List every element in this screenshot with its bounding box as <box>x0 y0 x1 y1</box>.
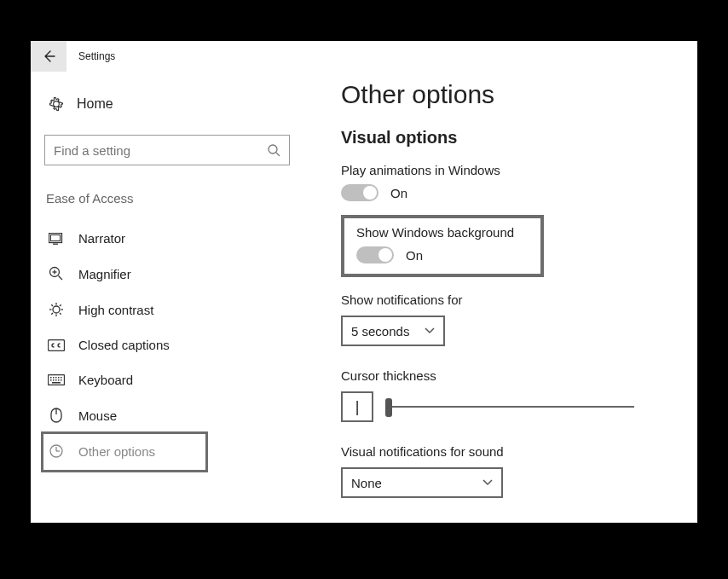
show-background-highlight: Show Windows background On <box>341 215 544 277</box>
sidebar-item-label: Narrator <box>78 231 125 246</box>
svg-line-16 <box>51 313 53 315</box>
svg-line-6 <box>59 276 63 281</box>
dropdown-value: None <box>351 476 382 490</box>
svg-line-17 <box>60 304 61 306</box>
svg-rect-21 <box>53 377 55 379</box>
svg-rect-26 <box>53 379 55 381</box>
sidebar-item-magnifier[interactable]: Magnifier <box>44 256 303 292</box>
play-animations-row: On <box>341 184 672 201</box>
closed-captions-icon <box>48 339 65 351</box>
keyboard-icon <box>48 374 65 385</box>
svg-rect-27 <box>55 379 57 381</box>
svg-rect-28 <box>58 379 60 381</box>
svg-line-15 <box>60 313 61 315</box>
cursor-thickness-slider[interactable] <box>385 398 634 415</box>
back-button[interactable] <box>31 41 66 72</box>
sidebar-item-label: Other options <box>78 444 155 459</box>
show-background-state: On <box>406 248 423 263</box>
cursor-thickness-preview: | <box>341 391 373 422</box>
nav-list: Narrator Magnifier High contrast <box>44 221 303 469</box>
play-animations-state: On <box>390 186 407 200</box>
visual-notifications-label: Visual notifications for sound <box>341 444 672 459</box>
search-icon <box>267 143 280 157</box>
sidebar-item-narrator[interactable]: Narrator <box>44 221 303 256</box>
sidebar: Home Ease of Access Narrator <box>31 72 303 523</box>
mouse-icon <box>48 408 65 423</box>
search-input[interactable] <box>54 143 267 158</box>
chevron-down-icon <box>482 479 493 486</box>
svg-rect-30 <box>52 382 61 384</box>
sidebar-item-closed-captions[interactable]: Closed captions <box>44 327 303 362</box>
svg-line-14 <box>51 304 53 306</box>
svg-rect-18 <box>49 339 65 350</box>
high-contrast-icon <box>48 302 65 317</box>
play-animations-toggle[interactable] <box>341 184 378 201</box>
svg-rect-29 <box>61 379 62 381</box>
sidebar-item-keyboard[interactable]: Keyboard <box>44 362 303 397</box>
page-title: Other options <box>341 80 672 109</box>
narrator-icon <box>48 233 65 245</box>
window-body: Home Ease of Access Narrator <box>31 72 697 523</box>
visual-notifications-dropdown[interactable]: None <box>341 467 503 498</box>
search-box[interactable] <box>44 135 290 165</box>
chevron-down-icon <box>425 327 435 334</box>
sidebar-item-label: Keyboard <box>78 373 133 387</box>
svg-rect-3 <box>51 234 61 240</box>
show-notifications-label: Show notifications for <box>341 292 672 307</box>
show-background-toggle[interactable] <box>356 246 394 263</box>
titlebar: Settings <box>31 41 697 72</box>
main-content: Other options Visual options Play animat… <box>303 72 697 523</box>
home-button[interactable]: Home <box>44 89 303 119</box>
cursor-thickness-row: | <box>341 391 672 422</box>
dropdown-value: 5 seconds <box>351 324 409 339</box>
svg-point-9 <box>53 306 60 313</box>
arrow-left-icon <box>41 49 56 64</box>
sidebar-item-mouse[interactable]: Mouse <box>44 397 303 433</box>
svg-rect-25 <box>50 379 52 381</box>
cursor-thickness-label: Cursor thickness <box>341 368 672 383</box>
sidebar-item-high-contrast[interactable]: High contrast <box>44 292 303 327</box>
svg-line-1 <box>276 153 280 156</box>
show-notifications-dropdown[interactable]: 5 seconds <box>341 316 445 346</box>
sidebar-item-label: Mouse <box>78 408 117 423</box>
sidebar-item-label: Closed captions <box>78 338 170 352</box>
svg-rect-23 <box>58 377 60 379</box>
section-visual-options: Visual options <box>341 128 672 148</box>
svg-rect-22 <box>55 377 57 379</box>
play-animations-label: Play animations in Windows <box>341 163 672 177</box>
show-background-label: Show Windows background <box>356 225 529 240</box>
sidebar-item-label: High contrast <box>78 303 153 317</box>
settings-window: Settings Home Ease of Access <box>31 41 697 523</box>
sidebar-item-label: Magnifier <box>78 267 131 281</box>
show-background-row: On <box>356 246 529 263</box>
sidebar-item-other-options[interactable]: Other options <box>44 433 303 469</box>
window-title: Settings <box>78 50 115 62</box>
svg-point-0 <box>269 145 277 153</box>
magnifier-icon <box>48 266 65 281</box>
svg-rect-24 <box>61 377 62 379</box>
category-label: Ease of Access <box>44 191 303 206</box>
gear-icon <box>48 96 65 113</box>
other-options-icon <box>48 443 65 459</box>
svg-rect-20 <box>50 377 52 379</box>
home-label: Home <box>77 96 113 112</box>
